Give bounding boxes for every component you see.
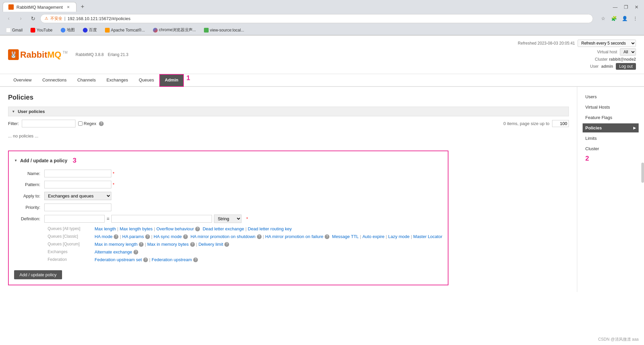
sidebar-item-virtual-hosts[interactable]: Virtual Hosts xyxy=(583,103,639,112)
sidebar-item-policies[interactable]: Policies xyxy=(583,123,639,132)
federation-upstream-help[interactable]: ? xyxy=(193,257,198,262)
bookmark-ditu[interactable]: 地图 xyxy=(59,26,77,34)
link-ha-mirror-promotion-failure[interactable]: HA mirror promotion on failure xyxy=(265,234,323,239)
ha-sync-help[interactable]: ? xyxy=(183,234,188,239)
alternate-exchange-help[interactable]: ? xyxy=(133,250,138,254)
rmq-logo-tm: TM xyxy=(63,51,67,54)
link-ha-sync-mode[interactable]: HA sync mode xyxy=(154,234,182,239)
bookmark-baidu[interactable]: 百度 xyxy=(81,26,99,34)
reload-button[interactable]: ↻ xyxy=(28,14,38,23)
link-max-in-memory-bytes[interactable]: Max in memory bytes xyxy=(147,242,189,247)
nav-channels[interactable]: Channels xyxy=(72,74,101,87)
max-in-memory-bytes-help[interactable]: ? xyxy=(190,242,195,247)
nav-queues[interactable]: Queues xyxy=(133,74,160,87)
definition-key-input[interactable] xyxy=(44,215,105,223)
ha-mirror-failure-help[interactable]: ? xyxy=(325,234,329,239)
link-message-ttl[interactable]: Message TTL xyxy=(332,234,359,239)
rmq-nav: Overview Connections Channels Exchanges … xyxy=(0,74,644,87)
priority-label: Priority: xyxy=(14,205,44,210)
annotation-1: 1 xyxy=(186,74,190,86)
pattern-input[interactable] xyxy=(44,181,111,188)
link-dead-letter-routing-key[interactable]: Dead letter routing key xyxy=(248,226,292,231)
cluster-row: Cluster rabbit@node2 xyxy=(595,57,636,62)
tab-bar: RabbitMQ Management ✕ + — ❐ ✕ xyxy=(0,0,644,12)
sidebar-item-limits[interactable]: Limits xyxy=(583,134,639,143)
forward-button[interactable]: › xyxy=(16,14,25,23)
link-overflow-behaviour[interactable]: Overflow behaviour xyxy=(156,226,194,231)
filter-input[interactable] xyxy=(22,120,75,127)
sidebar-item-cluster[interactable]: Cluster xyxy=(583,144,639,153)
regex-checkbox[interactable] xyxy=(78,121,83,126)
nav-overview[interactable]: Overview xyxy=(8,74,37,87)
user-policies-header[interactable]: ▼ User policies xyxy=(8,107,569,116)
menu-button[interactable]: ⋮ xyxy=(631,14,640,23)
priority-input[interactable] xyxy=(44,204,111,211)
link-alternate-exchange[interactable]: Alternate exchange xyxy=(95,249,132,254)
scrollbar[interactable] xyxy=(641,163,644,183)
definition-value-input[interactable] xyxy=(111,215,212,223)
ha-mirror-shutdown-help[interactable]: ? xyxy=(257,234,262,239)
nav-connections[interactable]: Connections xyxy=(37,74,72,87)
max-in-memory-length-help[interactable]: ? xyxy=(139,242,144,247)
regex-help-icon[interactable]: ? xyxy=(99,121,104,126)
policy-group-federation: Federation Federation upstream set ? | F… xyxy=(48,257,442,262)
minimize-button[interactable]: — xyxy=(610,2,620,12)
link-federation-upstream-set[interactable]: Federation upstream set xyxy=(95,257,142,262)
definition-type-select[interactable]: String Number Boolean List xyxy=(214,215,241,223)
sidebar-item-users[interactable]: Users xyxy=(583,92,639,101)
overflow-help-icon[interactable]: ? xyxy=(195,227,200,231)
page-size-input[interactable]: 100 xyxy=(552,120,569,127)
link-dead-letter-exchange[interactable]: Dead letter exchange xyxy=(203,226,244,231)
group-label-classic: Queues [Classic] xyxy=(48,234,95,239)
address-separator: | xyxy=(64,16,65,21)
bookmark-source[interactable]: view-source:local... xyxy=(202,27,246,33)
apply-row: Apply to: Exchanges and queues Exchanges… xyxy=(14,192,442,200)
link-auto-expire[interactable]: Auto expire xyxy=(362,234,384,239)
tab-close-button[interactable]: ✕ xyxy=(65,4,71,10)
extension-button[interactable]: 🧩 xyxy=(609,14,619,23)
name-input[interactable] xyxy=(44,170,111,177)
bookmark-star-button[interactable]: ☆ xyxy=(598,14,608,23)
link-ha-mode[interactable]: HA mode xyxy=(95,234,112,239)
delivery-limit-help[interactable]: ? xyxy=(224,242,229,247)
tomcat-favicon xyxy=(105,28,110,33)
link-ha-mirror-promotion-shutdown[interactable]: HA mirror promotion on shutdown xyxy=(191,234,256,239)
apply-select[interactable]: Exchanges and queues Exchanges Queues xyxy=(44,192,111,200)
policy-group-quorum: Queues [Quorum] Max in memory length ? |… xyxy=(48,242,442,247)
group-links-all-types: Max length | Max length bytes | Overflow… xyxy=(95,226,292,231)
link-lazy-mode[interactable]: Lazy mode xyxy=(388,234,410,239)
sidebar-item-feature-flags[interactable]: Feature Flags xyxy=(583,113,639,122)
bookmark-gmail[interactable]: Gmail xyxy=(4,27,24,33)
federation-upstream-set-help[interactable]: ? xyxy=(143,257,148,262)
browser-tab[interactable]: RabbitMQ Management ✕ xyxy=(3,2,76,12)
address-bar[interactable]: ⚠ 不安全 | 192.168.10.121:15672/#/policies xyxy=(40,14,593,23)
definition-inputs: = String Number Boolean List * xyxy=(44,215,248,223)
link-ha-params[interactable]: HA params xyxy=(122,234,144,239)
bookmark-tomcat[interactable]: Apache Tomcat®... xyxy=(103,27,147,33)
add-policy-header[interactable]: ▼ Add / update a policy 3 xyxy=(14,157,442,164)
link-max-length[interactable]: Max length xyxy=(95,226,116,231)
logout-button[interactable]: Log out xyxy=(616,63,636,70)
restore-button[interactable]: ❐ xyxy=(621,2,631,12)
ha-params-help[interactable]: ? xyxy=(145,234,150,239)
ha-mode-help[interactable]: ? xyxy=(114,234,118,239)
profile-button[interactable]: 👤 xyxy=(620,14,629,23)
bookmark-chrome[interactable]: chrome浏览器没声... xyxy=(151,26,198,34)
nav-admin[interactable]: Admin xyxy=(159,74,183,87)
link-max-length-bytes[interactable]: Max length bytes xyxy=(120,226,153,231)
close-window-button[interactable]: ✕ xyxy=(632,2,641,12)
back-button[interactable]: ‹ xyxy=(4,14,13,23)
main-content: Policies ▼ User policies Filter: Regex ? xyxy=(0,87,577,292)
user-policies-section: ▼ User policies Filter: Regex ? 0 items,… xyxy=(8,107,569,141)
vhost-select[interactable]: All xyxy=(620,48,636,56)
link-max-in-memory-length[interactable]: Max in memory length xyxy=(95,242,138,247)
new-tab-button[interactable]: + xyxy=(78,2,87,12)
link-master-locator[interactable]: Master Locator xyxy=(413,234,442,239)
nav-exchanges[interactable]: Exchanges xyxy=(101,74,133,87)
bookmark-youtube[interactable]: YouTube xyxy=(29,27,54,33)
link-delivery-limit[interactable]: Delivery limit xyxy=(199,242,223,247)
refresh-select[interactable]: Refresh every 5 seconds No refresh Refre… xyxy=(578,40,636,47)
add-update-policy-button[interactable]: Add / update policy xyxy=(14,270,62,279)
cluster-label: Cluster xyxy=(595,57,608,62)
link-federation-upstream[interactable]: Federation upstream xyxy=(152,257,192,262)
